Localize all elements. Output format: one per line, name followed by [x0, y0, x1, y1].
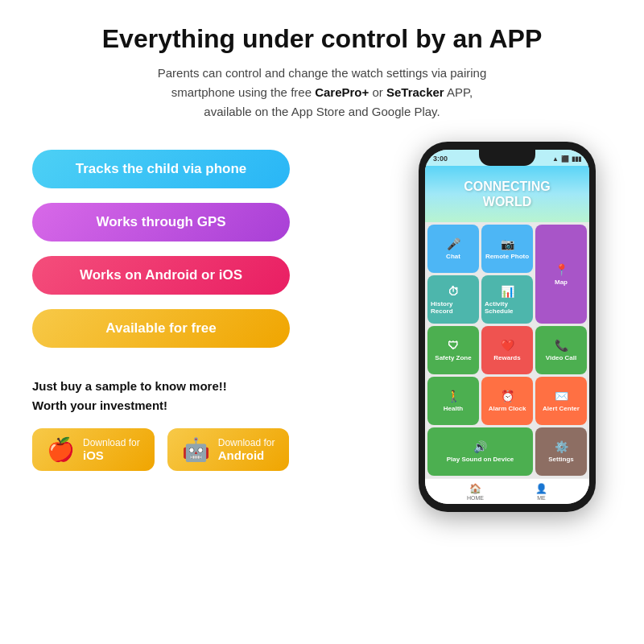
status-time: 3:00 — [433, 155, 448, 163]
sound-icon: 🔊 — [473, 440, 487, 453]
grid-history[interactable]: ⏱ History Record — [427, 275, 479, 324]
feature-pill-1: Tracks the child via phone — [32, 150, 290, 188]
map-icon: 📍 — [555, 263, 568, 276]
download-ios-button[interactable]: 🍎 Download for iOS — [32, 428, 155, 471]
content-row: Tracks the child via phone Works through… — [32, 142, 612, 628]
phone-container: 3:00 ▲ ⬛ ▮▮▮ CONNECTING WORLD — [402, 142, 612, 512]
video-call-icon: 📞 — [555, 339, 568, 352]
grid-health[interactable]: 🚶 Health — [427, 377, 479, 425]
app-title-line1: CONNECTING — [464, 179, 551, 194]
android-label-line1: Download for — [218, 437, 275, 448]
grid-chat[interactable]: 🎤 Chat — [427, 225, 479, 273]
subtitle-text2: or — [369, 85, 386, 99]
grid-alarm[interactable]: ⏰ Alarm Clock — [481, 377, 533, 425]
app-grid: 🎤 Chat 📷 Remote Photo 📍 Map ⏱ — [425, 222, 589, 478]
tab-home-label: HOME — [467, 495, 484, 501]
app-title: CONNECTING WORLD — [464, 179, 551, 209]
feature-pill-2: Works through GPS — [32, 203, 290, 242]
main-title: Everything under control by an APP — [102, 24, 542, 54]
grid-remote-photo[interactable]: 📷 Remote Photo — [481, 225, 533, 273]
app-header: CONNECTING WORLD — [425, 166, 589, 222]
alert-icon: ✉️ — [555, 390, 568, 402]
apple-icon: 🍎 — [47, 436, 75, 463]
grid-video-call[interactable]: 📞 Video Call — [535, 326, 587, 374]
grid-alert-center[interactable]: ✉️ Alert Center — [535, 377, 587, 425]
download-buttons: 🍎 Download for iOS 🤖 Download for Androi… — [32, 428, 386, 471]
phone-notch — [479, 150, 535, 166]
subtitle: Parents can control and change the watch… — [158, 64, 487, 122]
profile-icon: 👤 — [535, 483, 547, 494]
phone-screen: 3:00 ▲ ⬛ ▮▮▮ CONNECTING WORLD — [425, 150, 589, 504]
alarm-icon: ⏰ — [501, 390, 514, 402]
feature-pill-3: Works on Android or iOS — [32, 256, 290, 295]
grid-settings[interactable]: ⚙️ Settings — [535, 427, 587, 476]
feature-pill-4: Available for free — [32, 309, 290, 348]
android-label-line2: Android — [218, 448, 275, 462]
promo-text: Just buy a sample to know more!! Worth y… — [32, 377, 386, 415]
health-icon: 🚶 — [447, 390, 460, 402]
android-icon: 🤖 — [182, 436, 210, 463]
status-icons: ▲ ⬛ ▮▮▮ — [552, 155, 581, 163]
tab-me[interactable]: 👤 ME — [535, 483, 547, 501]
safety-zone-icon: 🛡 — [448, 339, 459, 352]
left-panel: Tracks the child via phone Works through… — [32, 142, 386, 471]
tab-home[interactable]: 🏠 HOME — [467, 483, 484, 501]
app-bottom-bar: 🏠 HOME 👤 ME — [425, 478, 589, 504]
phone-mockup: 3:00 ▲ ⬛ ▮▮▮ CONNECTING WORLD — [419, 142, 596, 512]
camera-icon: 📷 — [501, 237, 514, 250]
brand-carepro: CarePro+ — [315, 85, 369, 99]
tab-me-label: ME — [537, 495, 546, 501]
download-android-button[interactable]: 🤖 Download for Android — [167, 428, 290, 471]
brand-setracker: SeTracker — [386, 85, 444, 99]
grid-map[interactable]: 📍 Map — [535, 225, 587, 324]
grid-safety-zone[interactable]: 🛡 Safety Zone — [427, 326, 479, 374]
chat-icon: 🎤 — [447, 237, 460, 250]
page-container: Everything under control by an APP Paren… — [0, 0, 644, 644]
history-icon: ⏱ — [448, 285, 459, 298]
grid-activity[interactable]: 📊 Activity Schedule — [481, 275, 533, 324]
app-title-line2: WORLD — [464, 194, 551, 209]
grid-play-sound[interactable]: 🔊 Play Sound on Device — [427, 427, 533, 476]
ios-label-line2: iOS — [83, 448, 140, 462]
settings-icon: ⚙️ — [555, 440, 568, 453]
schedule-icon: 📊 — [501, 285, 514, 298]
promo-line1: Just buy a sample to know more!! — [32, 377, 386, 396]
promo-line2: Worth your investment! — [32, 396, 386, 415]
home-icon: 🏠 — [469, 483, 481, 494]
ios-label-line1: Download for — [83, 437, 140, 448]
grid-rewards[interactable]: ❤️ Rewards — [481, 326, 533, 374]
rewards-icon: ❤️ — [501, 339, 514, 352]
